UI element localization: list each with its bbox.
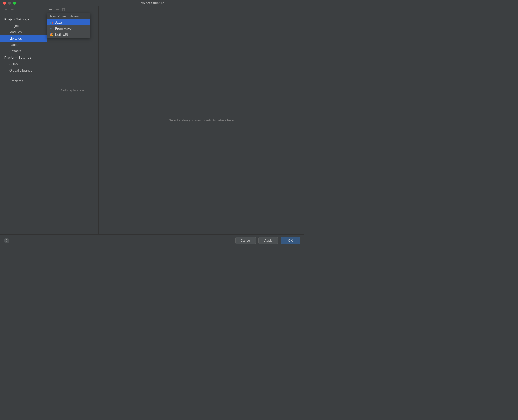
popup-item-maven[interactable]: m From Maven... [47, 25, 90, 31]
svg-rect-10 [52, 35, 53, 36]
sidebar-item-global-libraries[interactable]: Global Libraries [0, 67, 47, 74]
ok-button[interactable]: OK [281, 237, 300, 244]
popup-item-label: Kotlin/JS [55, 33, 68, 37]
sidebar-content: Project Settings Project Modules Librari… [0, 13, 47, 84]
section-platform-settings-header: Platform Settings [0, 54, 47, 61]
popup-item-label: Java [55, 21, 62, 24]
nav-arrows: ← → [0, 6, 47, 13]
footer-buttons: Cancel Apply OK [235, 237, 300, 244]
titlebar: Project Structure [0, 0, 304, 6]
popup-item-kotlinjs[interactable]: Kotlin/JS [47, 31, 90, 38]
popup-header: New Project Library [47, 13, 90, 19]
kotlin-icon [50, 32, 54, 37]
apply-button[interactable]: Apply [258, 237, 278, 244]
sidebar-item-project[interactable]: Project [0, 23, 47, 29]
new-library-popup: New Project Library Java [47, 13, 90, 38]
maximize-window-button[interactable] [13, 2, 16, 5]
nav-forward-icon[interactable]: → [10, 7, 14, 12]
java-library-icon [50, 20, 54, 24]
help-icon[interactable]: ? [4, 238, 9, 243]
svg-rect-3 [50, 22, 51, 24]
nav-back-icon[interactable]: ← [4, 7, 8, 12]
sidebar-item-problems[interactable]: Problems [0, 78, 47, 84]
popup-item-java[interactable]: Java [47, 19, 90, 25]
library-details-panel: Select a library to view or edit its det… [99, 6, 304, 234]
minimize-window-button[interactable] [8, 2, 11, 5]
copy-library-icon[interactable] [62, 8, 66, 11]
close-window-button[interactable] [3, 2, 6, 5]
add-library-icon[interactable] [49, 8, 52, 11]
sidebar-item-facets[interactable]: Facets [0, 42, 47, 48]
popup-item-label: From Maven... [55, 27, 76, 30]
sidebar-item-artifacts[interactable]: Artifacts [0, 48, 47, 54]
svg-rect-5 [52, 22, 52, 24]
sidebar: ← → Project Settings Project Modules Lib… [0, 6, 47, 234]
sidebar-item-libraries[interactable]: Libraries [0, 35, 47, 42]
details-placeholder: Select a library to view or edit its det… [169, 118, 234, 122]
libraries-toolbar [47, 6, 98, 13]
body: ← → Project Settings Project Modules Lib… [0, 6, 304, 234]
cancel-button[interactable]: Cancel [235, 237, 256, 244]
project-structure-window: Project Structure ← → Project Settings P… [0, 0, 304, 247]
window-title: Project Structure [140, 1, 164, 5]
sidebar-divider [4, 76, 43, 76]
traffic-lights [0, 2, 16, 5]
libraries-empty-text: Nothing to show [47, 88, 98, 92]
svg-rect-4 [51, 21, 51, 24]
sidebar-item-sdks[interactable]: SDKs [0, 61, 47, 67]
footer: ? Cancel Apply OK [0, 234, 304, 247]
maven-icon: m [50, 26, 54, 30]
libraries-list-panel: New Project Library Java [47, 6, 99, 234]
remove-library-icon[interactable] [56, 8, 59, 11]
svg-rect-6 [52, 22, 53, 24]
svg-rect-2 [62, 8, 65, 11]
sidebar-item-modules[interactable]: Modules [0, 29, 47, 35]
svg-text:m: m [50, 27, 53, 30]
svg-rect-0 [56, 9, 59, 10]
section-project-settings-header: Project Settings [0, 16, 47, 23]
